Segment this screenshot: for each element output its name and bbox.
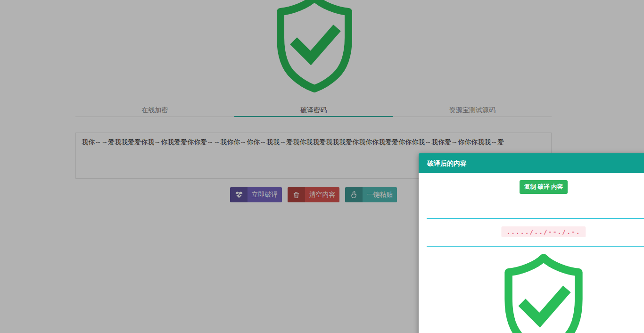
- result-divider-top: [427, 218, 644, 219]
- decrypted-result-text: ...../../--./.-.: [501, 226, 586, 237]
- modal-body: 复制 破译 内容 ...../../--./.-.: [419, 173, 644, 333]
- result-divider-bottom: [427, 246, 644, 247]
- modal-title: 破译后的内容: [419, 153, 644, 173]
- copy-result-button[interactable]: 复制 破译 内容: [520, 180, 568, 194]
- decrypt-result-modal: 破译后的内容 复制 破译 内容 ...../../--./.-.: [419, 153, 644, 333]
- shield-check-icon: [495, 253, 593, 333]
